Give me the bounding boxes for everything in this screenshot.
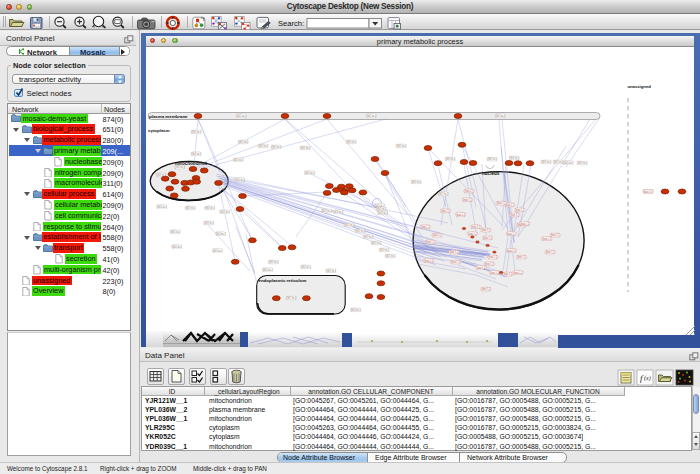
svg-text:[nuc l..]: [nuc l..] — [482, 228, 491, 232]
svg-text:[nuc l..]: [nuc l..] — [551, 233, 560, 237]
svg-text:[GO te..]: [GO te..] — [269, 260, 279, 264]
svg-text:[nuc l..]: [nuc l..] — [468, 231, 477, 235]
svg-text:[GO te..]: [GO te..] — [216, 231, 226, 235]
svg-text:[nuc l..]: [nuc l..] — [510, 213, 519, 217]
svg-text:[nuc l..]: [nuc l..] — [424, 258, 433, 262]
svg-text:[nuc l..]: [nuc l..] — [450, 250, 459, 254]
svg-text:[GO te..]: [GO te..] — [172, 244, 182, 248]
svg-text:[GO te..]: [GO te..] — [322, 209, 332, 213]
svg-text:[GO te..]: [GO te..] — [356, 229, 366, 233]
svg-text:cytoplasm: cytoplasm — [148, 127, 170, 132]
svg-text:[GO te..]: [GO te..] — [510, 156, 520, 160]
svg-text:endoplasmic reticulum: endoplasmic reticulum — [259, 278, 307, 283]
svg-text:[nuc l..]: [nuc l..] — [507, 248, 516, 252]
svg-text:[GO te..]: [GO te..] — [412, 180, 422, 184]
svg-text:[GO te..]: [GO te..] — [564, 160, 574, 164]
svg-text:[GO te..]: [GO te..] — [347, 140, 357, 144]
svg-text:[GO te..]: [GO te..] — [213, 248, 223, 252]
svg-text:Search:: Search: — [278, 18, 304, 27]
svg-text:[nuc l..]: [nuc l..] — [543, 236, 552, 240]
svg-text:[GO te..]: [GO te..] — [204, 221, 214, 225]
svg-text:[GO te..]: [GO te..] — [171, 229, 181, 233]
svg-text:[nuc l..]: [nuc l..] — [507, 231, 516, 235]
svg-text:[GO te..]: [GO te..] — [326, 269, 336, 273]
svg-text:[GO te..]: [GO te..] — [380, 248, 390, 252]
svg-text:[nuc l..]: [nuc l..] — [441, 209, 450, 213]
svg-text:[GO te..]: [GO te..] — [488, 157, 498, 161]
svg-text:[GO te..]: [GO te..] — [496, 113, 506, 117]
svg-text:[nuc l..]: [nuc l..] — [477, 265, 486, 269]
svg-text:[nuc l..]: [nuc l..] — [421, 225, 430, 229]
svg-text:[nuc l..]: [nuc l..] — [490, 270, 499, 274]
svg-text:[GO te..]: [GO te..] — [175, 165, 185, 169]
svg-text:[GO te..]: [GO te..] — [192, 130, 202, 134]
svg-text:[GO te..]: [GO te..] — [301, 146, 311, 150]
svg-text:[GO te..]: [GO te..] — [397, 144, 407, 148]
svg-text:[GO te..]: [GO te..] — [554, 160, 564, 164]
svg-text:[GO te..]: [GO te..] — [272, 145, 282, 149]
svg-text:[nuc l..]: [nuc l..] — [546, 250, 555, 254]
svg-text:[GO te..]: [GO te..] — [578, 161, 588, 165]
svg-text:[GO te..]: [GO te..] — [235, 177, 245, 181]
svg-text:[nuc l..]: [nuc l..] — [504, 272, 513, 276]
svg-text:plasma membrane: plasma membrane — [149, 113, 188, 118]
svg-text:nucleus: nucleus — [482, 170, 500, 175]
svg-text:[nuc l..]: [nuc l..] — [465, 189, 474, 193]
svg-text:[GO te..]: [GO te..] — [367, 113, 377, 117]
svg-text:[GO te..]: [GO te..] — [287, 296, 297, 300]
svg-text:[nuc l..]: [nuc l..] — [517, 255, 526, 259]
svg-text:[GO te..]: [GO te..] — [234, 157, 244, 161]
svg-text:[GO te..]: [GO te..] — [364, 235, 374, 239]
svg-text:[GO te..]: [GO te..] — [446, 157, 456, 161]
svg-text:[nuc l..]: [nuc l..] — [456, 212, 465, 216]
svg-text:[GO te..]: [GO te..] — [301, 265, 311, 269]
svg-text:[GO te..]: [GO te..] — [386, 254, 396, 258]
svg-text:[GO te..]: [GO te..] — [220, 209, 230, 213]
svg-text:[GO te..]: [GO te..] — [345, 223, 355, 227]
svg-text:[GO te..]: [GO te..] — [351, 308, 361, 312]
svg-text:mitochondrion: mitochondrion — [175, 160, 207, 165]
svg-text:[nuc l..]: [nuc l..] — [451, 260, 460, 264]
svg-text:[nuc l..]: [nuc l..] — [472, 225, 481, 229]
svg-text:[nuc l..]: [nuc l..] — [426, 240, 435, 244]
svg-text:[GO te..]: [GO te..] — [239, 140, 249, 144]
svg-text:[nuc l..]: [nuc l..] — [482, 287, 491, 291]
svg-text:unassigned: unassigned — [628, 84, 652, 89]
svg-text:[nuc l..]: [nuc l..] — [463, 198, 472, 202]
svg-text:[nuc l..]: [nuc l..] — [497, 201, 506, 205]
svg-text:[GO te..]: [GO te..] — [333, 209, 343, 213]
svg-text:[GO te..]: [GO te..] — [192, 151, 202, 155]
svg-text:[GO te..]: [GO te..] — [377, 207, 387, 211]
svg-text:[nuc l..]: [nuc l..] — [644, 189, 653, 193]
svg-text:[nuc l..]: [nuc l..] — [485, 262, 494, 266]
svg-text:[GO te..]: [GO te..] — [372, 241, 382, 245]
svg-text:[GO te..]: [GO te..] — [263, 267, 273, 271]
svg-text:[nuc l..]: [nuc l..] — [433, 233, 442, 237]
svg-text:[nuc l..]: [nuc l..] — [505, 203, 514, 207]
svg-text:[GO te..]: [GO te..] — [542, 160, 552, 164]
svg-text:[GO te..]: [GO te..] — [186, 206, 196, 210]
svg-text:[GO te..]: [GO te..] — [259, 144, 269, 148]
svg-text:[GO te..]: [GO te..] — [305, 170, 315, 174]
svg-text:[nuc l..]: [nuc l..] — [483, 236, 492, 240]
svg-text:[nuc l..]: [nuc l..] — [516, 208, 525, 212]
svg-text:[GO te..]: [GO te..] — [237, 113, 247, 117]
svg-text:[nuc l..]: [nuc l..] — [514, 270, 523, 274]
svg-text:[nuc l..]: [nuc l..] — [489, 255, 498, 259]
svg-text:[GO te..]: [GO te..] — [439, 192, 449, 196]
svg-text:(x): (x) — [644, 375, 651, 382]
svg-text:[GO te..]: [GO te..] — [157, 204, 167, 208]
svg-text:[nuc l..]: [nuc l..] — [521, 221, 530, 225]
svg-text:[GO te..]: [GO te..] — [205, 206, 215, 210]
svg-text:[GO te..]: [GO te..] — [378, 211, 388, 215]
